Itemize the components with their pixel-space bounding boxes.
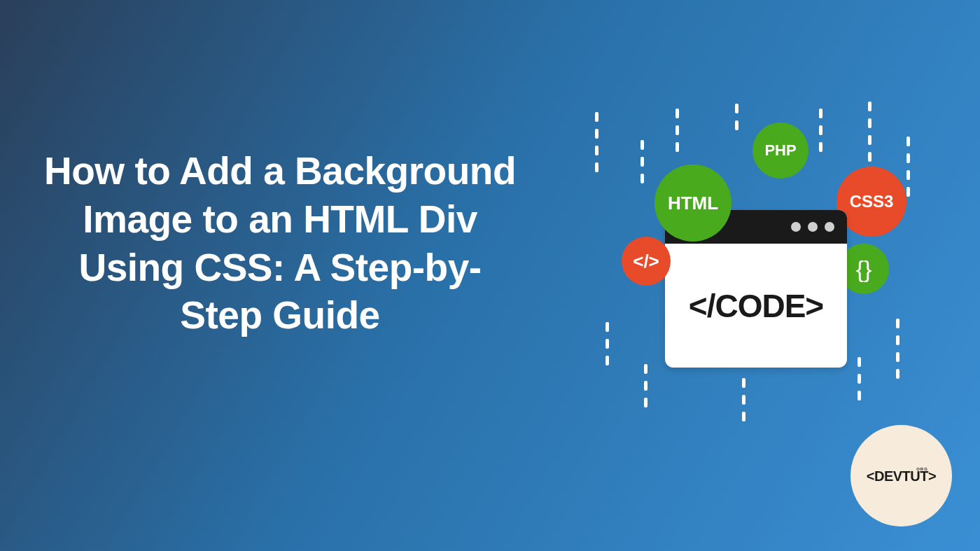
php-bubble-icon: PHP xyxy=(752,123,808,179)
css3-bubble-icon: CSS3 xyxy=(836,167,906,237)
window-dot-icon xyxy=(791,222,801,232)
devtut-logo: ORG <DEVTUT> xyxy=(850,425,952,526)
window-dot-icon xyxy=(808,222,818,232)
code-tag-bubble-icon: </> xyxy=(622,237,671,286)
logo-main-text: <DEVTUT> xyxy=(867,468,936,484)
page-title: How to Add a Background Image to an HTML… xyxy=(42,147,518,340)
code-label: </CODE> xyxy=(665,244,847,368)
html-bubble-icon: HTML xyxy=(654,165,732,242)
window-dot-icon xyxy=(825,222,834,232)
code-illustration: PHP CSS3 HTML </> {} </CODE> xyxy=(567,98,938,434)
